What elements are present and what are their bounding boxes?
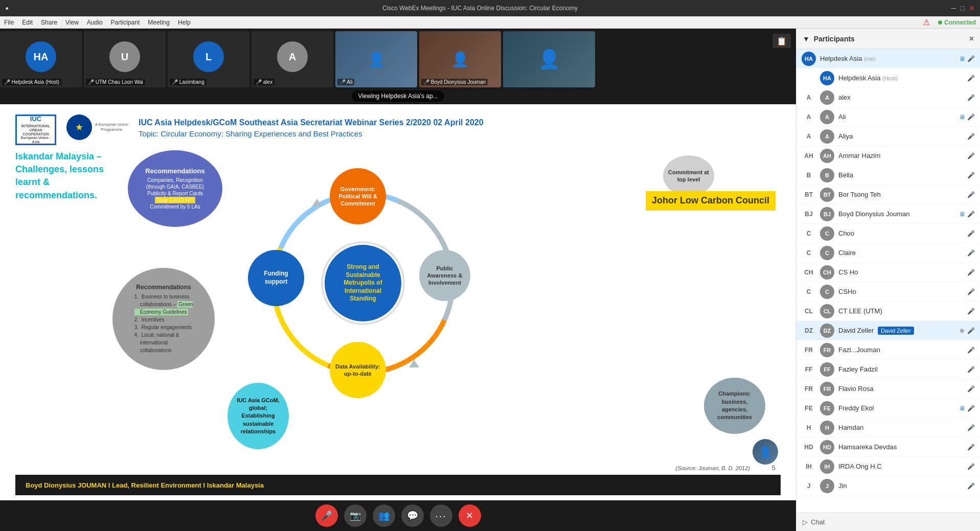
participant-aliya[interactable]: A A Aliya 🎤	[796, 127, 980, 146]
participant-fazley[interactable]: FF FF Fazley Fadzil 🎤	[796, 360, 980, 379]
participant-icons-fazl: 🎤	[967, 347, 975, 354]
video-thumb-ha[interactable]: HA 🎤 Helpdesk Asia (Host)	[0, 31, 82, 87]
menu-meeting[interactable]: Meeting	[148, 19, 170, 26]
video-button[interactable]: 📷	[344, 504, 367, 527]
avatar-me: HA	[802, 52, 816, 66]
participant-icons-hamdan: 🎤	[967, 424, 975, 431]
connected-dot	[938, 20, 942, 25]
avatar-ali: A	[820, 110, 834, 124]
menu-audio[interactable]: Audio	[87, 19, 103, 26]
participant-name-alex: alex	[838, 94, 963, 101]
participant-name-choo: Choo	[838, 229, 963, 237]
video-label-utm: 🎤 UTM Chau Loon Wai	[86, 79, 145, 85]
participant-freddy[interactable]: FE FE Freddy Ekol 🖥 🎤	[796, 399, 980, 418]
menu-file[interactable]: File	[4, 19, 14, 26]
video-label-ali: 🎤 Ali	[337, 79, 354, 85]
minimize-button[interactable]: ─	[951, 4, 956, 12]
menu-edit[interactable]: Edit	[22, 19, 33, 26]
menu-help[interactable]: Help	[178, 19, 191, 26]
champions-node-text: Champions: business, agencies, communiti…	[710, 390, 759, 422]
close-button[interactable]: ✕	[969, 4, 975, 12]
recs-left-items: 1. Business to business collaborations –…	[134, 293, 193, 354]
menu-share[interactable]: Share	[41, 19, 57, 26]
eu-text: A European UnionProgramme	[95, 122, 128, 133]
mic-icon-hamdan: 🎤	[967, 424, 975, 431]
error-icon: ⚠	[923, 17, 930, 27]
menu-participant[interactable]: Participant	[111, 19, 140, 26]
monitor-icon-boyd: 🖥	[959, 211, 965, 218]
participant-csho[interactable]: CH CH CS Ho 🎤	[796, 263, 980, 282]
video-thumb-utm[interactable]: U 🎤 UTM Chau Loon Wai	[84, 31, 166, 87]
video-thumb-a[interactable]: A 🎤 alex	[252, 31, 333, 87]
participant-icons-flavio: 🎤	[967, 385, 975, 393]
video-thumb-7[interactable]: 👤	[503, 31, 595, 87]
end-call-button[interactable]: ✕	[459, 504, 481, 527]
participant-bortsongteh[interactable]: BT BT Bor Tsong Teh 🎤	[796, 185, 980, 204]
mic-icon-freddy: 🎤	[967, 405, 975, 412]
participant-boyd[interactable]: BJ BJ Boyd Dionysius Jouman 🖥 🎤	[796, 204, 980, 224]
video-thumb-boyd[interactable]: 👤 🎤 Boyd Dionysius Jouman	[419, 31, 501, 87]
participant-jin[interactable]: J J Jin 🎤	[796, 476, 980, 496]
center-circle: Strong and Sustainable Metropolis of Int…	[325, 245, 401, 321]
recommendations-ellipse: Recommendations Companies, Recognition(t…	[128, 150, 222, 227]
participants-button[interactable]: 👥	[373, 504, 395, 527]
funding-node: Funding support	[248, 250, 304, 306]
participant-irda[interactable]: IH IH IRDA Ong H.C 🎤	[796, 457, 980, 476]
participant-choo[interactable]: C C Choo 🎤	[796, 224, 980, 243]
participant-fazl[interactable]: FR FR Fazl...Jouman 🎤	[796, 340, 980, 360]
iuc-logo-box: IUC INTERNATIONALURBAN COOPERATIONEurope…	[15, 114, 56, 145]
more-button[interactable]: ···	[430, 504, 452, 527]
participant-hamdan[interactable]: H H Hamdan 🎤	[796, 418, 980, 437]
center-diagram: Strong and Sustainable Metropolis of Int…	[250, 171, 475, 396]
mic-icon-irda: 🎤	[967, 463, 975, 470]
iuc-logo: IUC INTERNATIONALURBAN COOPERATIONEurope…	[15, 114, 56, 145]
initials-choo: C	[802, 230, 816, 237]
initials-hamdan: H	[802, 424, 816, 431]
participant-name-boyd: Boyd Dionysius Jouman	[838, 210, 955, 218]
participant-name-ammar: Ammar Hazim	[838, 152, 963, 159]
panel-close-button[interactable]: ×	[969, 34, 974, 43]
gov-node-text: Government: Political Will & Commitment	[335, 186, 381, 207]
participant-bella[interactable]: B B Bella 🎤	[796, 166, 980, 185]
participant-name-fazley: Fazley Fadzil	[838, 365, 963, 373]
video-thumb-ali[interactable]: 👤 🎤 Ali	[335, 31, 417, 87]
participant-hamsareka[interactable]: HD HD Hamsareka Devdas 🎤	[796, 437, 980, 457]
participant-ammar[interactable]: AH AH Ammar Hazim 🎤	[796, 146, 980, 166]
panel-chat-button[interactable]: ▷ Chat	[796, 513, 980, 531]
end-icon: ✕	[466, 510, 473, 521]
mic-button[interactable]: 🎤	[315, 504, 338, 527]
participant-ctlee[interactable]: CL CL CT LEE (UTM) 🎤	[796, 302, 980, 321]
participant-claire[interactable]: C C Claire 🎤	[796, 243, 980, 263]
participant-helpdesk[interactable]: HA Helpdesk Asia (Host) 🎤	[796, 68, 980, 88]
participant-name-helpdesk: Helpdesk Asia (Host)	[838, 74, 963, 82]
participant-csho2[interactable]: C C CSHo 🎤	[796, 282, 980, 302]
maximize-button[interactable]: □	[961, 4, 965, 12]
initials-ali: A	[802, 113, 816, 121]
initials-aliya: A	[802, 133, 816, 140]
participant-name-claire: Claire	[838, 249, 963, 257]
presenter-name: Boyd Dionysius JOUMAN I Lead, Resilient …	[26, 481, 264, 489]
participant-name-bt: Bor Tsong Teh	[838, 191, 963, 198]
participant-ali[interactable]: A A Ali 🖥 🎤	[796, 107, 980, 127]
participant-david[interactable]: DZ DZ David Zeller David Zeller ⏺ 🎤	[796, 321, 980, 340]
record-icon-david: ⏺	[959, 327, 965, 334]
participant-flavio[interactable]: FR FR Flavio Rosa 🎤	[796, 379, 980, 399]
app-icon: ●	[5, 5, 9, 12]
chat-button[interactable]: 💬	[401, 504, 424, 527]
initials-fazley: FF	[802, 366, 816, 373]
mic-icon-fazley: 🎤	[967, 366, 975, 373]
monitor-icon-ali: 🖥	[959, 113, 965, 121]
video-label-a: 🎤 alex	[254, 79, 275, 85]
screenshot-icon[interactable]: 📋	[772, 34, 791, 48]
participant-name-ctlee: CT LEE (UTM)	[838, 307, 963, 315]
participant-me[interactable]: HA Helpdesk Asia (me) 🖥 🎤	[796, 49, 980, 68]
avatar-csho2: C	[820, 285, 834, 299]
participant-icons-ali: 🖥 🎤	[959, 113, 975, 121]
menu-view[interactable]: View	[65, 19, 79, 26]
avatar-fazley: FF	[820, 362, 834, 377]
data-node-text: Data Availability: up-to-date	[335, 363, 381, 378]
video-thumb-l[interactable]: L 🎤 Lasimbang	[168, 31, 249, 87]
participant-icons-hamsareka: 🎤	[967, 444, 975, 451]
participant-name-csho2: CSHo	[838, 288, 963, 295]
participant-alex[interactable]: A A alex 🎤	[796, 88, 980, 107]
